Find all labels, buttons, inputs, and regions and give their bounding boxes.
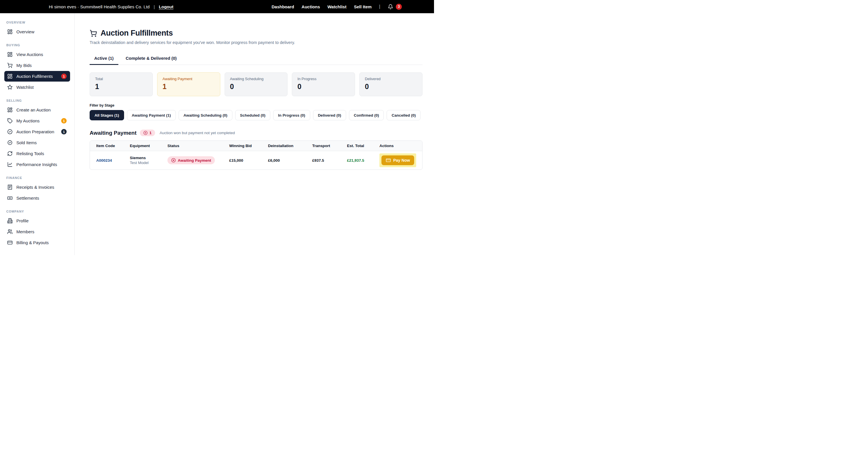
- stat-card-in-progress: In Progress 0: [292, 72, 355, 96]
- sidebar-item-auction-preparation[interactable]: Auction Preparation 1: [4, 126, 70, 137]
- bell-icon[interactable]: [388, 4, 393, 9]
- sidebar-item-watchlist[interactable]: Watchlist: [4, 82, 70, 92]
- stat-label: In Progress: [297, 77, 349, 81]
- nav-dashboard[interactable]: Dashboard: [272, 4, 294, 9]
- dashboard-icon: [7, 73, 13, 79]
- sidebar-item-profile[interactable]: Profile: [4, 215, 70, 226]
- sidebar-item-auction-fulfilments[interactable]: Auction Fulfilments 1: [4, 71, 70, 82]
- sidebar-item-overview[interactable]: Overview: [4, 26, 70, 37]
- dashboard-icon: [7, 29, 13, 34]
- filter-row: All Stages (1) Awaiting Payment (1) Awai…: [90, 110, 423, 120]
- filter-by-stage-label: Filter by Stage: [90, 103, 423, 108]
- main-content: Auction Fulfillments Track deinstallatio…: [75, 13, 434, 255]
- sidebar-item-members[interactable]: Members: [4, 227, 70, 237]
- sidebar-item-label: View Auctions: [17, 52, 43, 57]
- logout-link[interactable]: Logout: [159, 4, 174, 9]
- pay-now-label: Pay Now: [393, 158, 410, 162]
- sidebar-item-settlements[interactable]: Settlements: [4, 193, 70, 203]
- section-title: OVERVIEW: [6, 21, 70, 24]
- sidebar-item-billing-payouts[interactable]: Billing & Payouts: [4, 237, 70, 248]
- sidebar-item-my-bids[interactable]: My Bids: [4, 60, 70, 71]
- count-badge: 1: [61, 129, 67, 134]
- sidebar-item-label: Sold Items: [17, 140, 37, 145]
- nav-watchlist[interactable]: Watchlist: [328, 4, 346, 9]
- status-label: Awaiting Payment: [178, 158, 211, 162]
- winning-bid-value: £15,000: [229, 156, 268, 165]
- sidebar-item-label: Auction Preparation: [17, 129, 54, 134]
- sidebar-item-receipts-invoices[interactable]: Receipts & Invoices: [4, 182, 70, 192]
- sidebar-item-label: Watchlist: [17, 85, 34, 90]
- tab-active[interactable]: Active (1): [90, 53, 118, 65]
- tag-icon: [7, 118, 13, 123]
- sidebar-item-relisting-tools[interactable]: Relisting Tools: [4, 148, 70, 159]
- stat-value: 0: [365, 83, 417, 91]
- stat-value: 0: [297, 83, 349, 91]
- users-icon: [7, 229, 13, 234]
- sidebar-item-label: Relisting Tools: [17, 151, 44, 156]
- sidebar-item-label: Performance Insights: [17, 162, 57, 167]
- est-total-value: £21,937.5: [346, 156, 379, 165]
- item-code-link[interactable]: A000234: [90, 156, 129, 165]
- notification-badge[interactable]: 3: [396, 4, 402, 10]
- sidebar-item-sold-items[interactable]: Sold Items: [4, 137, 70, 148]
- table-header-row: Item Code Equipment Status Winning Bid D…: [90, 141, 422, 151]
- sidebar-item-performance-insights[interactable]: Performance Insights: [4, 159, 70, 170]
- filter-awaiting-payment[interactable]: Awaiting Payment (1): [127, 110, 176, 120]
- page-title-row: Auction Fulfillments: [90, 29, 423, 38]
- sidebar-item-create-auction[interactable]: Create an Auction: [4, 104, 70, 115]
- circle-x-icon: [143, 131, 148, 135]
- cart-icon: [90, 30, 97, 37]
- topbar-separator: |: [154, 4, 155, 9]
- nav-sell-item[interactable]: Sell Item: [354, 4, 372, 9]
- col-status: Status: [167, 144, 229, 148]
- page-subtitle: Track deinstallation and delivery servic…: [90, 40, 423, 45]
- receipt-icon: [7, 184, 13, 190]
- col-winning-bid: Winning Bid: [229, 144, 268, 148]
- dashboard-icon: [7, 107, 13, 113]
- filter-confirmed[interactable]: Confirmed (0): [349, 110, 384, 120]
- count-badge: 1: [61, 73, 67, 79]
- equipment-make: Siemens: [130, 156, 166, 160]
- status-cell: Awaiting Payment: [167, 154, 229, 167]
- sidebar-section-finance: FINANCE Receipts & Invoices Settlements: [4, 176, 70, 203]
- sidebar-item-label: My Auctions: [17, 118, 40, 123]
- stat-label: Awaiting Payment: [162, 77, 215, 81]
- filter-delivered[interactable]: Delivered (0): [313, 110, 346, 120]
- deinstallation-value: £6,000: [268, 156, 312, 165]
- equipment-cell: Siemens Test Model: [129, 153, 167, 167]
- notifications[interactable]: 3: [388, 4, 402, 10]
- sidebar-section-company: COMPANY Profile Members Billing & Payout…: [4, 210, 70, 248]
- filter-cancelled[interactable]: Cancelled (0): [386, 110, 421, 120]
- sidebar-item-view-auctions[interactable]: View Auctions: [4, 49, 70, 60]
- stat-label: Awaiting Scheduling: [230, 77, 282, 81]
- star-icon: [7, 85, 13, 90]
- section-title: COMPANY: [6, 210, 70, 213]
- col-transport: Transport: [312, 144, 346, 148]
- tab-complete-delivered[interactable]: Complete & Delivered (0): [121, 53, 182, 65]
- topbar-left: Hi simon eves · Summitwell Health Suppli…: [49, 4, 174, 9]
- nav-auctions[interactable]: Auctions: [302, 4, 320, 9]
- awaiting-payment-section-header: Awaiting Payment 1 Auction won but payme…: [90, 129, 423, 136]
- credit-card-icon: [7, 240, 13, 245]
- sidebar-item-label: My Bids: [17, 63, 32, 68]
- filter-scheduled[interactable]: Scheduled (0): [235, 110, 271, 120]
- filter-awaiting-scheduling[interactable]: Awaiting Scheduling (0): [179, 110, 232, 120]
- stat-cards: Total 1 Awaiting Payment 1 Awaiting Sche…: [90, 72, 423, 96]
- circle-x-icon: [171, 158, 176, 162]
- sidebar-item-my-auctions[interactable]: My Auctions 1: [4, 116, 70, 126]
- user-greeting: Hi simon eves · Summitwell Health Suppli…: [49, 4, 150, 9]
- filter-in-progress[interactable]: In Progress (0): [273, 110, 310, 120]
- tab-bar: Active (1) Complete & Delivered (0): [90, 53, 423, 65]
- fulfillments-table: Item Code Equipment Status Winning Bid D…: [90, 141, 423, 170]
- section-badge-count: 1: [149, 131, 152, 135]
- stat-card-delivered: Delivered 0: [359, 72, 423, 96]
- col-actions: Actions: [379, 144, 422, 148]
- pay-now-button[interactable]: Pay Now: [381, 155, 414, 165]
- section-count-badge: 1: [140, 129, 155, 136]
- cart-icon: [7, 63, 13, 68]
- stat-value: 1: [162, 83, 215, 91]
- filter-all-stages[interactable]: All Stages (1): [90, 110, 124, 120]
- transport-value: £937.5: [312, 156, 346, 165]
- actions-cell: Pay Now: [379, 151, 422, 170]
- status-badge: Awaiting Payment: [167, 156, 215, 164]
